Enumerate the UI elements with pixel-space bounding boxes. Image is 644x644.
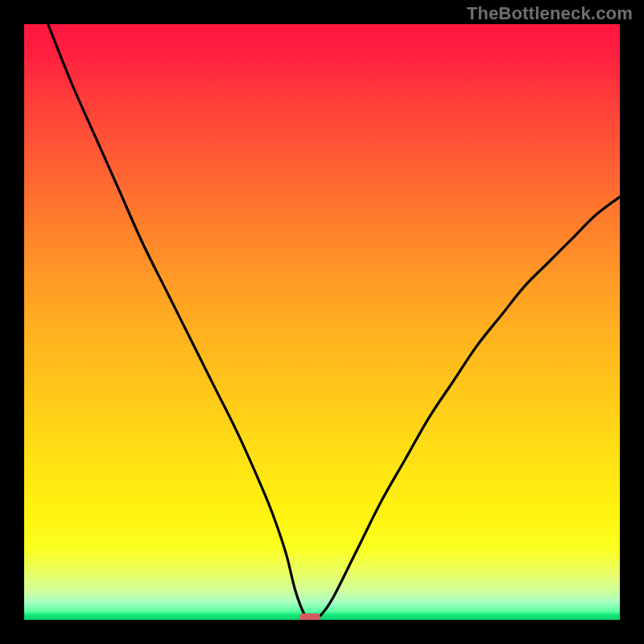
watermark-text: TheBottleneck.com [467, 3, 633, 24]
optimal-point-marker [299, 613, 320, 620]
chart-frame: TheBottleneck.com [0, 0, 644, 644]
plot-area [24, 24, 620, 620]
bottleneck-curve [24, 24, 620, 620]
